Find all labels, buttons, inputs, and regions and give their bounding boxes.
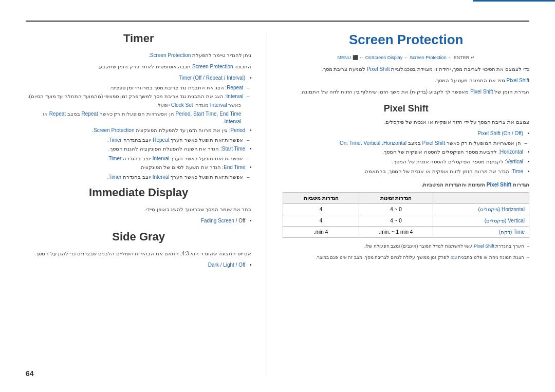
left-column: Timer ניתן להגדיר טיימר להפעלת Screen Pr… — [26, 32, 267, 377]
pixel-shift-onoff: Pixel Shift (On / Off) — [283, 129, 529, 138]
side-gray-title: Side Gray — [26, 230, 251, 244]
screen-protection-title: Screen Protection — [283, 32, 529, 48]
settings-table: הגדרות זמינות הגדרות מיטביות Horizontal … — [283, 192, 529, 238]
table-row-vertical: Vertical (פיקסלים) 0 ~ 4 4 — [283, 215, 529, 227]
table-cell-horizontal-default: 4 — [283, 204, 359, 215]
table-cell-time-label: Time (דקה) — [433, 227, 529, 238]
table-header-range: הגדרות זמינות — [359, 193, 433, 204]
table-intro: הגדרות Pixel Shift הזמינות וההגדרות המיט… — [283, 181, 529, 189]
table-row-horizontal: Horizontal (פיקסלים) 0 ~ 4 4 — [283, 204, 529, 215]
right-column: Screen Protection MENU ⬛ ← OnScreen Disp… — [267, 32, 529, 377]
screen-protection-intro3: הגדרת הזמן של Pixel Shift מאפשר לך לקבוע… — [283, 88, 529, 96]
right-top-accent — [473, 0, 555, 2]
timer-title: Timer — [26, 32, 251, 45]
timer-starttime: Start Time: הגדר את השעה להפעלת הפונקציה… — [26, 145, 251, 153]
page-container: Timer ניתן להגדיר טיימר להפעלת Screen Pr… — [0, 0, 555, 392]
timer-period: Period: צין את מרווח הזמן עד להפעלת הפונ… — [26, 126, 251, 135]
top-border — [26, 21, 529, 22]
footnote-2: הצגת תמונה ניחת או פלט בתבנית 4:3 לפרק ז… — [283, 254, 529, 262]
timer-clockset: כאשר Interval מוגדר, Clock Set יופעל. — [26, 101, 251, 109]
pixel-shift-table: הגדרות זמינות הגדרות מיטביות Horizontal … — [283, 192, 529, 238]
pixel-shift-vertical: Vertical: לקביעת מספר הפיקסלים להסטה אנכ… — [283, 158, 529, 166]
timer-options: Period, Start Time, End Time הן אפשרויות… — [26, 110, 251, 125]
table-cell-vertical-label: Vertical (פיקסלים) — [433, 215, 529, 227]
timer-repeat: Repeat: הצג את התבנית נגד צריבת מסך במרו… — [26, 84, 251, 91]
timer-starttime-note: אפשרות זאת תופעל כאשר הערך Interval יוצב… — [26, 155, 251, 162]
screen-protection-intro1: כדי לצמצם את הסיכוי לצריבת מסך, יחידה זו… — [283, 65, 529, 73]
timer-endtime-note: אפשרות זאת תופעל כאשר הערך Interval יוצב… — [26, 173, 251, 181]
timer-interval: Interval: הצג את התבנית נגד צריבת מסך למ… — [26, 92, 251, 100]
timer-period-note: אפשרות זאת תופעל כאשר הערך Repeat יוצב ב… — [26, 136, 251, 144]
side-gray-options: Dark / Light / Off — [26, 261, 251, 269]
table-cell-horizontal-label: Horizontal (פיקסלים) — [433, 204, 529, 215]
timer-endtime: End Time: הגדר את השעה לסיום של הפונקציה… — [26, 163, 251, 172]
table-cell-vertical-range: 0 ~ 4 — [359, 215, 433, 227]
side-gray-desc: אם יוס התצוגה שהוגדר הוא 4:3, התאם את הב… — [26, 250, 251, 258]
pixel-shift-title: Pixel Shift — [283, 103, 529, 114]
table-header-default: הגדרות מיטביות — [283, 193, 359, 204]
pixel-shift-time: Time: הגדר את מרווח הזמן לזזות אופקית או… — [283, 167, 529, 176]
content-area: Timer ניתן להגדיר טיימר להפעלת Screen Pr… — [26, 32, 529, 377]
pixel-shift-onoff-note: הן אפשרויות המופעלות רק כאשר Pixel Shift… — [283, 139, 529, 147]
immediate-options: Fading Screen / Off — [26, 217, 251, 225]
pixel-shift-horizontal: Horizontal: לקביעת מספר הפיקסלים להסטה א… — [283, 148, 529, 156]
table-header-label — [433, 193, 529, 204]
screen-protection-intro2: Pixel Shift מזיז את התמונה מעט על המסך. — [283, 77, 529, 85]
table-row-time: Time (דקה) 4 min. ~ 1 min. 4 min. — [283, 227, 529, 238]
table-cell-time-range: 4 min. ~ 1 min. — [359, 227, 433, 238]
immediate-desc: בחר את שומר המסך שברצונך להציג באופן מיי… — [26, 206, 251, 214]
pixel-shift-desc: צמצם את צריבת המסך על ידי הזזה אופקית או… — [283, 118, 529, 126]
table-cell-horizontal-range: 0 ~ 4 — [359, 204, 433, 215]
page-number: 64 — [26, 369, 34, 378]
nav-path: MENU ⬛ ← OnScreen Display ← Screen Prote… — [283, 55, 529, 60]
table-cell-vertical-default: 4 — [283, 215, 359, 227]
table-cell-time-default: 4 min. — [283, 227, 359, 238]
immediate-title: Immediate Display — [26, 186, 251, 199]
timer-bullet-1: Timer (Off / Repeat / Interval) — [26, 74, 251, 82]
timer-intro-1: ניתן להגדיר טיימר להפעלת Screen Protecti… — [26, 51, 251, 60]
footnote-1: הערך בהגדרת Pixel Shift עשוי להשתנות לגו… — [283, 243, 529, 250]
timer-intro-2: התכונה Screen Protection תכבה אוטומטית ל… — [26, 63, 251, 71]
